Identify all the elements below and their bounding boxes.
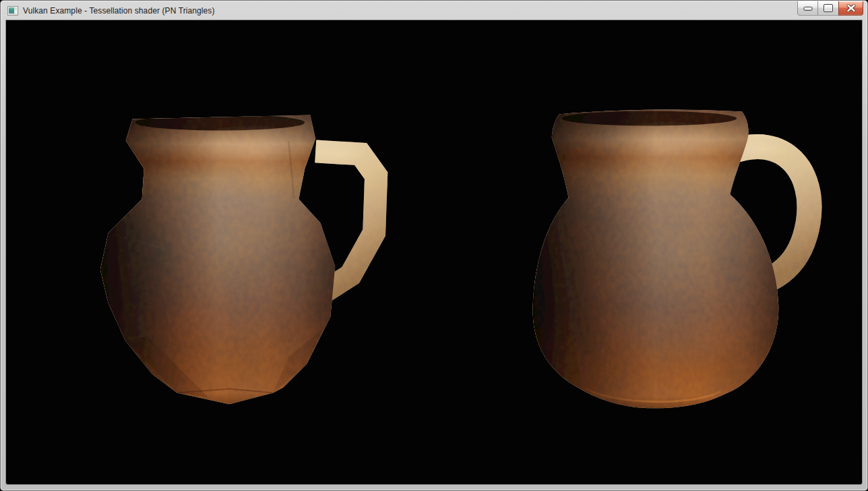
app-icon[interactable] xyxy=(7,5,18,16)
app-window: Vulkan Example - Tessellation shader (PN… xyxy=(0,0,868,491)
maximize-button[interactable] xyxy=(817,1,839,16)
vulkan-render xyxy=(6,20,862,484)
minimize-button[interactable] xyxy=(797,1,818,16)
jug-right-tessellated xyxy=(531,107,809,413)
maximize-icon xyxy=(824,4,833,12)
minimize-icon xyxy=(803,7,812,11)
jug-left-untessellated xyxy=(100,108,376,411)
titlebar[interactable]: Vulkan Example - Tessellation shader (PN… xyxy=(1,1,867,20)
render-viewport[interactable] xyxy=(6,20,862,484)
close-icon xyxy=(846,5,855,12)
caption-buttons xyxy=(798,1,863,16)
close-button[interactable] xyxy=(838,1,863,16)
window-title: Vulkan Example - Tessellation shader (PN… xyxy=(23,6,215,16)
